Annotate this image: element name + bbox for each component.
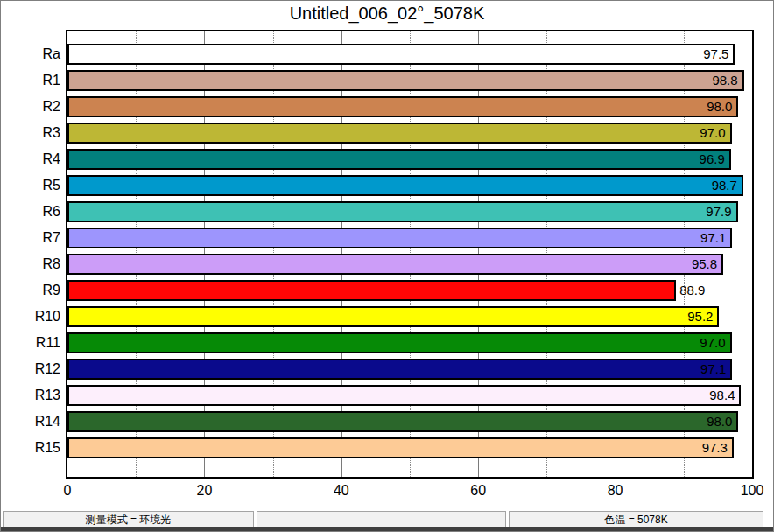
plot-area: 97.598.898.097.096.998.797.997.195.888.9… xyxy=(66,30,754,479)
bar-value-label: 97.0 xyxy=(700,124,725,142)
bar-r12: 97.1 xyxy=(67,359,732,380)
y-axis-label-r6: R6 xyxy=(1,201,60,222)
chart-title: Untitled_006_02°_5078K xyxy=(1,4,773,24)
bar-r7: 97.1 xyxy=(67,228,732,248)
bar-ra: 97.5 xyxy=(67,44,735,65)
bar-row: 97.1 xyxy=(67,359,752,385)
bar-value-label: 98.8 xyxy=(712,72,737,89)
bar-row: 97.5 xyxy=(67,44,752,70)
bar-r4: 96.9 xyxy=(67,149,731,170)
y-axis-label-r4: R4 xyxy=(1,149,60,170)
bar-r5: 98.7 xyxy=(67,175,743,196)
y-axis-labels: RaR1R2R3R4R5R6R7R8R9R10R11R12R13R14R15 xyxy=(1,44,60,464)
bar-r3: 97.0 xyxy=(67,122,732,144)
bar-row: 97.3 xyxy=(67,438,752,464)
bar-value-label: 95.8 xyxy=(692,256,717,273)
y-axis-label-r1: R1 xyxy=(1,70,60,91)
bar-r13: 98.4 xyxy=(67,385,741,406)
y-axis-label-r15: R15 xyxy=(1,438,60,458)
bar-row: 98.0 xyxy=(67,411,752,438)
bar-row: 97.0 xyxy=(67,332,752,359)
bar-row: 97.0 xyxy=(67,122,752,149)
bar-r11: 97.0 xyxy=(67,332,732,354)
x-axis-tick-100: 100 xyxy=(741,483,764,499)
x-axis-tick-20: 20 xyxy=(196,483,212,499)
bar-r8: 95.8 xyxy=(67,254,723,275)
y-axis-label-r10: R10 xyxy=(1,306,60,327)
x-axis-tick-60: 60 xyxy=(470,483,486,499)
bar-row: 98.7 xyxy=(67,175,752,201)
y-axis-label-r13: R13 xyxy=(1,385,60,406)
bar-row: 98.4 xyxy=(67,385,752,411)
bar-value-label: 97.0 xyxy=(700,334,725,352)
bar-value-label: 97.9 xyxy=(706,203,731,220)
bar-value-label: 97.1 xyxy=(700,360,726,378)
bar-r14: 98.0 xyxy=(67,411,738,432)
bottom-strip xyxy=(1,527,774,531)
bar-r2: 98.0 xyxy=(67,96,738,117)
bar-value-label: 98.7 xyxy=(712,177,737,194)
bar-row: 97.1 xyxy=(67,228,752,254)
bar-r10: 95.2 xyxy=(67,306,719,327)
bar-r15: 97.3 xyxy=(67,438,734,458)
bar-row: 95.2 xyxy=(67,306,752,332)
bar-value-label: 98.4 xyxy=(709,387,735,404)
bar-value-label: 98.0 xyxy=(707,98,732,116)
bar-r1: 98.8 xyxy=(67,70,744,91)
y-axis-label-r12: R12 xyxy=(1,359,60,380)
cri-chart-window: Untitled_006_02°_5078K 97.598.898.097.09… xyxy=(0,0,774,532)
x-axis-tick-80: 80 xyxy=(608,483,623,499)
bar-row: 88.9 xyxy=(67,280,752,306)
y-axis-label-r14: R14 xyxy=(1,411,60,432)
bar-value-label: 98.0 xyxy=(707,413,732,430)
x-axis-tick-40: 40 xyxy=(334,483,349,499)
y-axis-label-r11: R11 xyxy=(1,332,60,354)
bars-layer: 97.598.898.097.096.998.797.997.195.888.9… xyxy=(67,44,752,464)
bar-value-label: 97.5 xyxy=(703,46,728,63)
bar-row: 96.9 xyxy=(67,149,752,175)
bar-value-label: 97.1 xyxy=(700,229,726,247)
y-axis-label-ra: Ra xyxy=(1,44,60,65)
x-axis-tick-0: 0 xyxy=(64,483,72,499)
y-axis-label-r5: R5 xyxy=(1,175,60,196)
bar-value-label: 96.9 xyxy=(700,150,725,168)
bar-row: 97.9 xyxy=(67,201,752,228)
bar-row: 98.0 xyxy=(67,96,752,122)
y-axis-label-r3: R3 xyxy=(1,122,60,144)
bar-row: 98.8 xyxy=(67,70,752,96)
bar-value-label: 97.3 xyxy=(702,439,728,457)
y-axis-label-r9: R9 xyxy=(1,280,60,301)
bar-row: 95.8 xyxy=(67,254,752,280)
bar-r6: 97.9 xyxy=(67,201,738,222)
bar-value-label: 95.2 xyxy=(687,308,713,326)
y-axis-label-r2: R2 xyxy=(1,96,60,117)
y-axis-label-r8: R8 xyxy=(1,254,60,275)
bar-r9 xyxy=(67,280,676,301)
bar-value-label: 88.9 xyxy=(679,282,705,299)
y-axis-label-r7: R7 xyxy=(1,228,60,248)
